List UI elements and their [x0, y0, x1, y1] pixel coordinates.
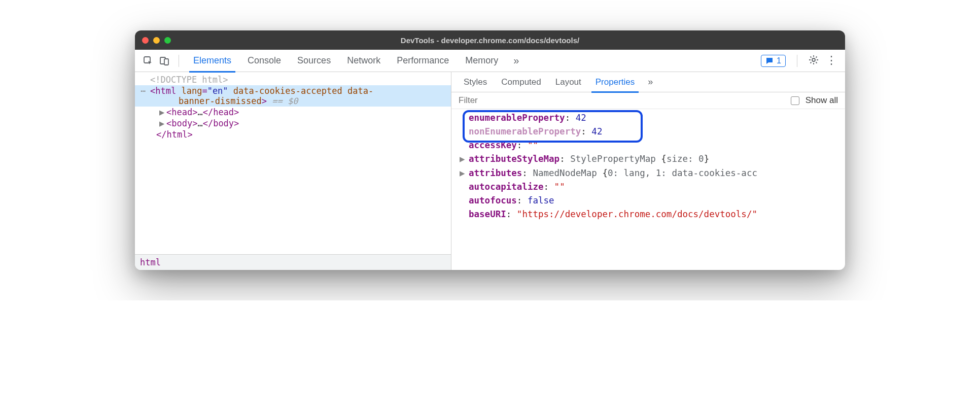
window-title: DevTools - developer.chrome.com/docs/dev…	[401, 36, 579, 45]
properties-list[interactable]: enumerableProperty: 42nonEnumerablePrope…	[451, 109, 845, 221]
expand-arrow-icon[interactable]: ▶	[460, 166, 465, 180]
devtools-window: DevTools - developer.chrome.com/docs/dev…	[135, 30, 845, 270]
dom-head-element[interactable]: ▶<head>…</head>	[135, 107, 451, 118]
property-name: baseURI	[469, 209, 506, 219]
breadcrumb[interactable]: html	[135, 254, 451, 270]
tab-elements[interactable]: Elements	[185, 50, 239, 72]
property-name: attributeStyleMap	[469, 154, 559, 164]
show-all-checkbox[interactable]	[791, 96, 799, 105]
tab-console[interactable]: Console	[239, 50, 289, 72]
show-all-label: Show all	[806, 95, 838, 106]
tab-network[interactable]: Network	[339, 50, 389, 72]
elements-panel: <!DOCTYPE html> ⋯ <html lang="en" data-c…	[135, 72, 451, 270]
property-value: NamedNodeMap {0: lang, 1: data-cookies-a…	[533, 168, 757, 178]
main-toolbar: ElementsConsoleSourcesNetworkPerformance…	[135, 50, 845, 72]
filter-row: Show all	[451, 92, 845, 109]
minimize-button[interactable]	[153, 37, 160, 44]
property-row[interactable]: autocapitalize: ""	[460, 180, 845, 194]
breadcrumb-item[interactable]: html	[140, 257, 161, 267]
property-value: 42	[576, 113, 586, 123]
property-row[interactable]: autofocus: false	[460, 194, 845, 208]
settings-icon[interactable]	[809, 55, 819, 67]
dom-body-element[interactable]: ▶<body>…</body>	[135, 118, 451, 129]
property-row[interactable]: baseURI: "https://developer.chrome.com/d…	[460, 208, 845, 221]
messages-count: 1	[777, 56, 781, 65]
property-name: nonEnumerableProperty	[469, 126, 581, 136]
subtab-computed[interactable]: Computed	[494, 72, 548, 92]
titlebar: DevTools - developer.chrome.com/docs/dev…	[135, 30, 845, 50]
property-row[interactable]: nonEnumerableProperty: 42	[460, 125, 845, 139]
dom-html-element[interactable]: ⋯ <html lang="en" data-cookies-accepted …	[135, 85, 451, 107]
separator	[797, 55, 797, 67]
main-tabs: ElementsConsoleSourcesNetworkPerformance…	[185, 50, 506, 72]
traffic-lights	[142, 37, 171, 44]
svg-point-3	[812, 58, 815, 61]
property-row[interactable]: enumerableProperty: 42	[460, 111, 845, 125]
property-value: ""	[554, 182, 565, 192]
svg-rect-2	[164, 59, 168, 65]
property-name: enumerableProperty	[469, 113, 565, 123]
close-button[interactable]	[142, 37, 149, 44]
subtab-layout[interactable]: Layout	[548, 72, 588, 92]
property-value: StylePropertyMap {size: 0}	[570, 154, 709, 164]
device-toggle-icon[interactable]	[159, 56, 169, 66]
content: <!DOCTYPE html> ⋯ <html lang="en" data-c…	[135, 72, 845, 270]
property-row[interactable]: ▶attributeStyleMap: StylePropertyMap {si…	[460, 152, 845, 166]
sidebar-panel: StylesComputedLayoutProperties » Show al…	[451, 72, 845, 270]
property-value: ""	[528, 140, 538, 150]
dom-doctype[interactable]: <!DOCTYPE html>	[135, 74, 451, 85]
expand-arrow-icon[interactable]: ▶	[460, 152, 465, 166]
property-name: accessKey	[469, 140, 517, 150]
more-icon[interactable]: ⋮	[826, 58, 837, 63]
more-tabs-icon[interactable]: »	[643, 77, 658, 87]
property-value: "https://developer.chrome.com/docs/devto…	[517, 209, 757, 219]
tab-performance[interactable]: Performance	[389, 50, 457, 72]
messages-badge[interactable]: 1	[761, 55, 786, 67]
filter-input[interactable]	[459, 95, 785, 106]
property-row[interactable]: ▶attributes: NamedNodeMap {0: lang, 1: d…	[460, 166, 845, 180]
property-name: attributes	[469, 168, 522, 178]
subtab-properties[interactable]: Properties	[588, 72, 642, 92]
property-value: false	[528, 195, 554, 206]
property-row[interactable]: accessKey: ""	[460, 139, 845, 152]
tab-memory[interactable]: Memory	[457, 50, 506, 72]
property-name: autofocus	[469, 195, 517, 206]
separator	[179, 55, 179, 67]
sidebar-tabs: StylesComputedLayoutProperties »	[451, 72, 845, 92]
subtab-styles[interactable]: Styles	[457, 72, 494, 92]
property-name: autocapitalize	[469, 182, 544, 192]
inspect-icon[interactable]	[143, 56, 153, 66]
more-tabs-icon[interactable]: »	[508, 55, 524, 66]
tab-sources[interactable]: Sources	[289, 50, 339, 72]
dom-html-close[interactable]: </html>	[135, 129, 451, 140]
property-value: 42	[591, 126, 602, 136]
dom-tree[interactable]: <!DOCTYPE html> ⋯ <html lang="en" data-c…	[135, 72, 451, 254]
maximize-button[interactable]	[164, 37, 171, 44]
